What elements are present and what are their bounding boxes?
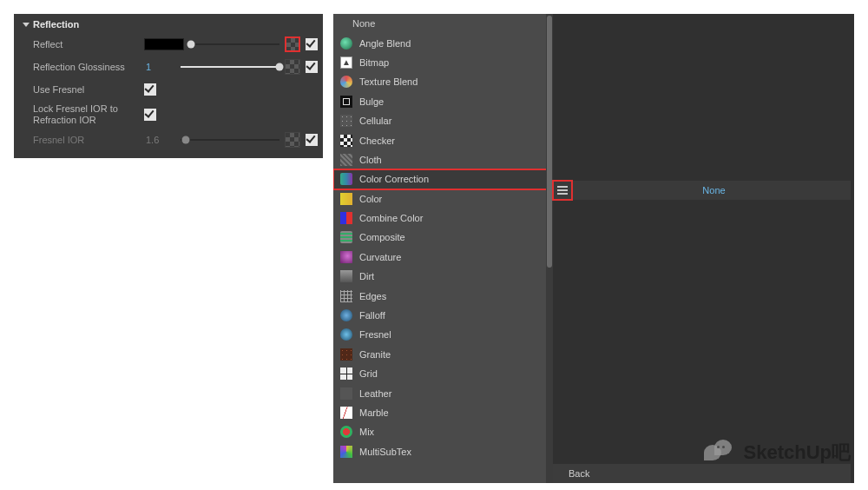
bitmap-icon: ▲: [340, 56, 352, 69]
texture-input-value: None: [577, 185, 851, 195]
combine-color-icon: [340, 212, 352, 224]
fresnel-ior-row: Fresnel IOR 1.6: [14, 129, 323, 151]
scrollbar-thumb[interactable]: [547, 16, 552, 268]
texture-item-label: Color: [359, 194, 382, 204]
color-correction-icon: [340, 173, 352, 185]
bulge-icon: [340, 96, 352, 108]
use-fresnel-row: Use Fresnel: [14, 78, 323, 101]
reflection-section-header[interactable]: Reflection: [14, 19, 323, 33]
texture-item-label: Marble: [359, 407, 389, 418]
lock-ior-checkbox[interactable]: [144, 109, 156, 121]
texture-item-granite[interactable]: Granite: [333, 345, 553, 364]
fresnel-ior-slider[interactable]: [181, 134, 279, 146]
texture-item-label: Curvature: [359, 252, 401, 262]
input-list-button[interactable]: [553, 181, 572, 200]
texture-item-cellular[interactable]: Cellular: [333, 111, 553, 130]
dirt-icon: [340, 270, 352, 282]
cloth-icon: [340, 154, 352, 166]
texture-item-checker[interactable]: Checker: [333, 130, 553, 149]
texture-item-marble[interactable]: Marble: [333, 403, 553, 422]
texture-input-slot[interactable]: None: [553, 181, 851, 200]
glossiness-slider[interactable]: [181, 61, 279, 73]
reflect-map-slot[interactable]: [285, 36, 300, 52]
texture-item-multisubtex[interactable]: MultiSubTex: [333, 442, 553, 461]
wechat-icon: [704, 440, 737, 466]
texture-item-label: Grid: [359, 368, 378, 379]
texture-detail-pane: None Back: [553, 14, 854, 483]
grid-icon: [340, 368, 352, 380]
texture-list[interactable]: None Angle Blend▲BitmapTexture BlendBulg…: [333, 14, 553, 483]
texture-item-label: Checker: [359, 136, 395, 146]
watermark: SketchUp吧: [704, 440, 851, 466]
composite-icon: [340, 231, 352, 243]
color-icon: [340, 193, 352, 205]
texture-item-color-correction[interactable]: Color Correction: [333, 169, 553, 189]
glossiness-label: Reflection Glossiness: [33, 62, 144, 73]
texture-item-label: Edges: [359, 291, 386, 301]
texture-item-none[interactable]: None: [333, 14, 553, 33]
reflect-color-swatch[interactable]: [144, 38, 184, 50]
texture-none-label: None: [352, 18, 375, 29]
marble-icon: [340, 407, 352, 419]
cellular-icon: [340, 115, 352, 127]
reflect-label: Reflect: [33, 39, 144, 50]
fresnel-ior-value[interactable]: 1.6: [144, 135, 175, 145]
glossiness-value[interactable]: 1: [144, 62, 175, 72]
texture-item-label: Angle Blend: [359, 38, 411, 49]
texture-item-texture-blend[interactable]: Texture Blend: [333, 72, 553, 91]
texture-blend-icon: [340, 76, 352, 88]
texture-item-label: Bitmap: [359, 57, 389, 68]
texture-item-label: Texture Blend: [359, 76, 418, 87]
texture-item-color[interactable]: Color: [333, 189, 553, 209]
texture-item-dirt[interactable]: Dirt: [333, 267, 553, 286]
texture-item-cloth[interactable]: Cloth: [333, 150, 553, 169]
use-fresnel-label: Use Fresnel: [33, 84, 144, 96]
texture-item-label: Falloff: [359, 310, 385, 321]
glossiness-map-toggle[interactable]: [306, 61, 318, 73]
fresnel-ior-label: Fresnel IOR: [33, 135, 144, 146]
curvature-icon: [340, 251, 352, 263]
edges-icon: [340, 290, 352, 302]
reflect-slider[interactable]: [189, 38, 279, 50]
texture-item-falloff[interactable]: Falloff: [333, 306, 553, 325]
reflect-map-toggle[interactable]: [306, 38, 318, 50]
fresnel-ior-map-toggle[interactable]: [306, 134, 318, 146]
leather-icon: [340, 387, 352, 400]
texture-item-label: Combine Color: [359, 213, 423, 223]
texture-item-label: Composite: [359, 232, 405, 242]
texture-item-composite[interactable]: Composite: [333, 228, 553, 247]
texture-item-grid[interactable]: Grid: [333, 364, 553, 383]
lock-ior-row: Lock Fresnel IOR to Refraction IOR: [14, 101, 323, 129]
glossiness-map-slot[interactable]: [285, 59, 300, 75]
multisubtex-icon: [340, 446, 352, 458]
texture-item-fresnel[interactable]: Fresnel: [333, 325, 553, 344]
texture-browser: None Angle Blend▲BitmapTexture BlendBulg…: [333, 14, 854, 483]
caret-down-icon: [23, 23, 30, 27]
texture-item-edges[interactable]: Edges: [333, 286, 553, 305]
texture-item-combine-color[interactable]: Combine Color: [333, 209, 553, 228]
texture-item-label: MultiSubTex: [359, 447, 411, 457]
texture-item-label: Dirt: [359, 271, 374, 281]
texture-item-label: Cellular: [359, 116, 391, 126]
list-icon: [557, 186, 568, 195]
texture-list-scrollbar[interactable]: [546, 14, 553, 483]
texture-item-angle-blend[interactable]: Angle Blend: [333, 33, 553, 52]
texture-item-bulge[interactable]: Bulge: [333, 92, 553, 111]
fresnel-ior-map-slot[interactable]: [285, 132, 300, 148]
texture-item-curvature[interactable]: Curvature: [333, 248, 553, 267]
watermark-text: SketchUp吧: [744, 440, 851, 466]
texture-item-bitmap[interactable]: ▲Bitmap: [333, 53, 553, 72]
texture-item-label: Granite: [359, 349, 391, 360]
back-button[interactable]: Back: [569, 468, 589, 479]
texture-item-label: Mix: [359, 427, 374, 437]
texture-item-label: Leather: [359, 388, 391, 399]
use-fresnel-checkbox[interactable]: [144, 83, 156, 96]
glossiness-row: Reflection Glossiness 1: [14, 56, 323, 78]
falloff-icon: [340, 309, 352, 321]
texture-item-leather[interactable]: Leather: [333, 383, 553, 402]
checker-icon: [340, 135, 352, 147]
texture-item-label: Bulge: [359, 96, 384, 107]
texture-item-mix[interactable]: Mix: [333, 422, 553, 441]
texture-item-label: Fresnel: [359, 329, 391, 340]
reflection-panel: Reflection Reflect Reflection Glossiness…: [14, 14, 323, 158]
